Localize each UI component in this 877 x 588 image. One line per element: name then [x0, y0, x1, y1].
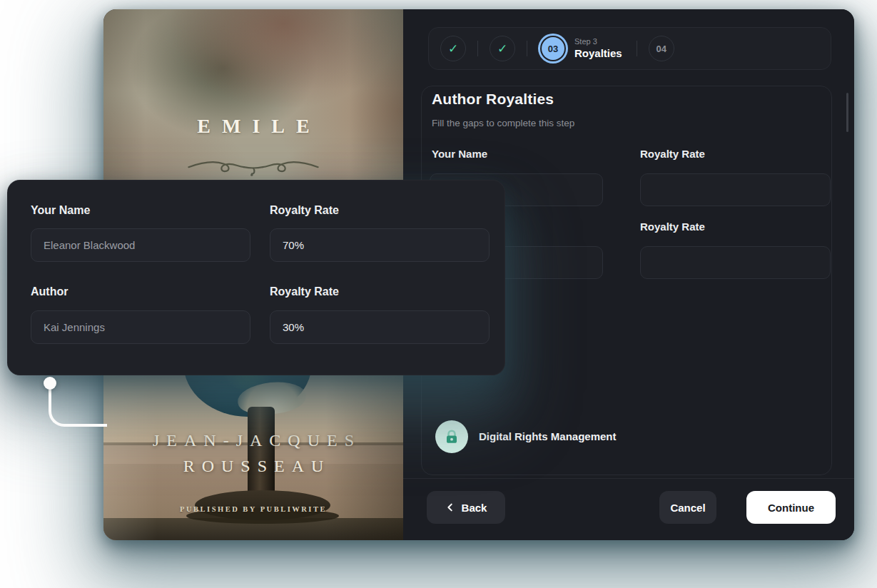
your-name-label: Your Name — [432, 148, 487, 160]
book-cover-photo-art: JEAN-JACQUES ROUSSEAU PUBLISHED BY PUBLI… — [103, 374, 403, 540]
footer-divider — [403, 478, 854, 479]
step-1-completed[interactable]: ✓ — [440, 36, 466, 61]
globe-stand-base — [195, 490, 330, 520]
royalty-rate-input-1[interactable] — [640, 173, 831, 206]
royalty-rate-label-2: Royalty Rate — [640, 220, 705, 233]
check-icon: ✓ — [448, 43, 458, 55]
connector-line — [49, 388, 107, 427]
globe-stand-base-shadow — [186, 508, 339, 524]
scrollbar-thumb[interactable] — [846, 93, 848, 132]
step-separator — [527, 41, 527, 56]
photo-sand — [103, 464, 403, 518]
check-icon: ✓ — [497, 43, 507, 55]
step-2-completed[interactable]: ✓ — [490, 36, 515, 61]
globe-fan-detail — [236, 379, 308, 417]
cancel-button-label: Cancel — [670, 502, 705, 514]
royalty-rate-label-1: Royalty Rate — [640, 148, 705, 160]
photo-sky — [103, 374, 403, 444]
wizard-stepper: ✓ ✓ 03 Step 3 Royalties 04 — [428, 27, 831, 70]
overlay-your-name-label: Your Name — [31, 204, 90, 217]
globe-icon — [183, 374, 312, 417]
step-separator — [637, 41, 637, 56]
step-4-upcoming[interactable]: 04 — [649, 36, 674, 61]
book-author-line2: ROUSSEAU — [103, 457, 403, 476]
royalty-rate-input-2[interactable] — [640, 246, 831, 279]
page: EMILE JE — [0, 0, 877, 588]
cancel-button[interactable]: Cancel — [659, 491, 716, 524]
royalties-callout-card: Your Name Royalty Rate Author Royalty Ra… — [7, 180, 505, 375]
book-publisher-line: PUBLISHED BY PUBLIWRITE — [103, 505, 403, 513]
globe-stand-column — [248, 407, 275, 497]
continue-button[interactable]: Continue — [746, 491, 836, 524]
step-3-title: Royalties — [574, 47, 622, 61]
overlay-royalty-rate-input-1[interactable] — [270, 228, 490, 262]
overlay-royalty-rate-label-1: Royalty Rate — [270, 204, 339, 217]
step-4-number: 04 — [656, 44, 666, 54]
connector-dot — [44, 377, 56, 390]
book-title: EMILE — [103, 115, 403, 138]
continue-button-label: Continue — [768, 502, 814, 514]
flourish-ornament-icon — [186, 153, 321, 178]
overlay-author-input[interactable] — [31, 310, 250, 344]
photo-horizon — [103, 442, 403, 445]
book-author-line1: JEAN-JACQUES — [103, 431, 403, 450]
back-button-label: Back — [462, 502, 487, 514]
step-3-active[interactable]: 03 Step 3 Royalties — [542, 37, 622, 61]
step-3-texts: Step 3 Royalties — [574, 37, 622, 61]
overlay-royalty-rate-label-2: Royalty Rate — [270, 285, 339, 298]
form-subtitle: Fill the gaps to complete this step — [432, 118, 574, 128]
step-separator — [477, 41, 478, 56]
chevron-left-icon — [445, 502, 455, 512]
photo-sea — [103, 445, 403, 464]
overlay-author-label: Author — [31, 285, 68, 298]
step-3-badge: 03 — [542, 37, 564, 60]
step-3-kicker: Step 3 — [574, 37, 622, 47]
lock-icon — [443, 428, 460, 445]
photo-ground — [103, 518, 403, 540]
drm-icon-circle — [435, 420, 468, 453]
form-title: Author Royalties — [432, 91, 554, 108]
overlay-your-name-input[interactable] — [31, 228, 250, 262]
drm-label: Digital Rights Management — [479, 430, 617, 442]
back-button[interactable]: Back — [427, 491, 505, 524]
overlay-royalty-rate-input-2[interactable] — [270, 310, 490, 344]
